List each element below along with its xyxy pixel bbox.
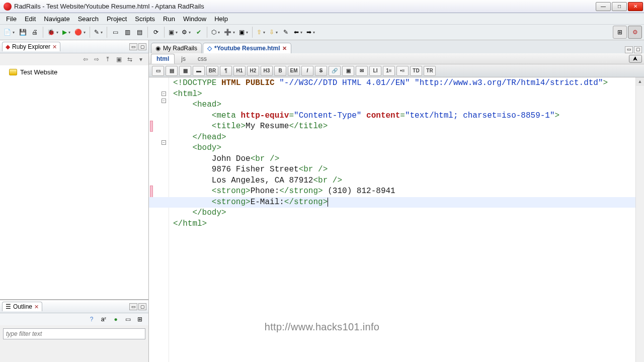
view-minimize-button[interactable]: ▭ bbox=[129, 43, 137, 50]
outline-max-button[interactable]: ▢ bbox=[138, 303, 146, 310]
fold-html[interactable]: − bbox=[162, 92, 166, 96]
editor-tab-myradrails[interactable]: ◉ My RadRails bbox=[151, 43, 202, 53]
refresh-button[interactable]: ⟳ bbox=[150, 27, 162, 38]
help-icon[interactable]: ? bbox=[87, 315, 96, 324]
expand-icon[interactable]: ⊞ bbox=[135, 315, 144, 324]
save-button[interactable] bbox=[17, 27, 28, 38]
tool-a[interactable]: ⬡ bbox=[210, 27, 221, 38]
nav-back-icon[interactable]: ⇦ bbox=[81, 55, 90, 64]
editor-tab-youtube-resume[interactable]: ◇ *Youtube Resume.html ✕ bbox=[203, 43, 291, 53]
menu-run[interactable]: Run bbox=[159, 15, 179, 23]
nav-forward-icon[interactable]: ⇨ bbox=[92, 55, 101, 64]
subtab-css[interactable]: css bbox=[192, 54, 212, 64]
view-menu-icon[interactable]: ▾ bbox=[136, 55, 145, 64]
menu-search[interactable]: Search bbox=[74, 15, 103, 23]
tab-close-icon[interactable]: ✕ bbox=[282, 45, 287, 52]
ruby-explorer-tab[interactable]: Ruby Explorer ✕ bbox=[2, 42, 60, 51]
script-button[interactable] bbox=[93, 27, 104, 38]
html-tb-td[interactable]: TD bbox=[410, 66, 422, 76]
collapse-all-icon[interactable]: ▣ bbox=[114, 55, 123, 64]
new-button[interactable] bbox=[2, 27, 16, 38]
close-view-icon[interactable]: ✕ bbox=[52, 44, 57, 50]
html-tb-ul[interactable]: •≡ bbox=[396, 66, 409, 76]
external-run-button[interactable] bbox=[73, 27, 87, 38]
forward-button[interactable] bbox=[305, 27, 316, 38]
close-button[interactable]: ✕ bbox=[628, 2, 643, 11]
menu-navigate[interactable]: Navigate bbox=[40, 15, 73, 23]
fold-gutter[interactable]: − − − bbox=[159, 77, 169, 362]
html-tb-h1[interactable]: H1 bbox=[233, 66, 246, 76]
html-tb-tr[interactable]: TR bbox=[424, 66, 436, 76]
fold-body[interactable]: − bbox=[162, 140, 166, 145]
print-button[interactable] bbox=[29, 27, 40, 38]
left-pane: Ruby Explorer ✕ ▭ ▢ ⇦ ⇨ ⤒ ▣ ⇆ ▾ Test bbox=[0, 40, 149, 362]
html-tb-b[interactable]: ▤ bbox=[166, 66, 178, 76]
menu-scripts[interactable]: Scripts bbox=[131, 15, 159, 23]
menu-project[interactable]: Project bbox=[103, 15, 131, 23]
outline-filter-input[interactable] bbox=[3, 328, 145, 339]
collapse-icon[interactable]: ▭ bbox=[123, 315, 132, 324]
dot-icon[interactable]: ● bbox=[111, 315, 120, 324]
validate-button[interactable] bbox=[193, 27, 204, 38]
html-tb-b[interactable]: B bbox=[274, 66, 286, 76]
menu-file[interactable]: File bbox=[2, 15, 21, 23]
minimize-button[interactable]: — bbox=[596, 2, 611, 11]
tool-b[interactable]: ➕ bbox=[222, 27, 236, 38]
run-button[interactable] bbox=[61, 27, 72, 38]
fold-head[interactable]: − bbox=[162, 99, 166, 103]
subtab-js[interactable]: js bbox=[176, 54, 191, 64]
server-button[interactable] bbox=[180, 27, 192, 38]
html-tb-h3[interactable]: H3 bbox=[261, 66, 273, 76]
html-tb-d[interactable]: ▬ bbox=[193, 66, 205, 76]
html-tb-ol[interactable]: 1≡ bbox=[383, 66, 395, 76]
html-tb-p[interactable]: ¶ bbox=[220, 66, 232, 76]
html-tb-i[interactable]: I bbox=[301, 66, 313, 76]
explorer-body[interactable]: Test Website bbox=[0, 65, 148, 299]
debug-button[interactable] bbox=[46, 27, 60, 38]
nav-up-icon[interactable]: ⤒ bbox=[103, 55, 112, 64]
vertical-scrollbar[interactable]: ▲ bbox=[635, 77, 644, 362]
menu-help[interactable]: Help bbox=[210, 15, 232, 23]
gear-icon bbox=[632, 29, 638, 36]
sort-icon[interactable]: aᶻ bbox=[99, 315, 108, 324]
html-tb-em[interactable]: EM bbox=[288, 66, 300, 76]
last-edit-button[interactable]: ✎ bbox=[280, 27, 291, 38]
scroll-up-icon[interactable]: ▲ bbox=[636, 77, 644, 86]
menu-edit[interactable]: Edit bbox=[21, 15, 40, 23]
server-icon bbox=[182, 29, 187, 36]
link-editor-icon[interactable]: ⇆ bbox=[125, 55, 134, 64]
view-maximize-button[interactable]: ▢ bbox=[138, 43, 146, 50]
editor-max-button[interactable]: ▢ bbox=[634, 46, 642, 53]
outline-tab[interactable]: ☰ Outline ✕ bbox=[2, 302, 42, 311]
html-tb-img[interactable]: ▣ bbox=[342, 66, 354, 76]
html-tb-li[interactable]: LI bbox=[369, 66, 381, 76]
tool-c[interactable]: ▣ bbox=[237, 27, 250, 38]
html-tb-link[interactable]: 🔗 bbox=[329, 66, 341, 76]
terminal-button[interactable] bbox=[167, 27, 179, 38]
layout1-button[interactable]: ▭ bbox=[110, 27, 121, 38]
menu-window[interactable]: Window bbox=[179, 15, 210, 23]
outline-min-button[interactable]: ▭ bbox=[129, 303, 137, 310]
code-editor[interactable]: − − − <!DOCTYPE HTML PUBLIC "-//W3C//DTD… bbox=[149, 77, 644, 362]
editor-min-button[interactable]: ▭ bbox=[625, 46, 633, 53]
maximize-button[interactable]: □ bbox=[612, 2, 627, 11]
subtab-html[interactable]: html bbox=[151, 54, 175, 64]
close-outline-icon[interactable]: ✕ bbox=[34, 304, 39, 310]
back-button[interactable] bbox=[292, 27, 304, 38]
html-tb-br[interactable]: BR bbox=[206, 66, 218, 76]
down-button[interactable] bbox=[268, 27, 279, 38]
layout2-button[interactable]: ▥ bbox=[122, 27, 133, 38]
html-tb-s[interactable]: S bbox=[315, 66, 327, 76]
html-tb-h2[interactable]: H2 bbox=[247, 66, 259, 76]
radrails-perspective-button[interactable] bbox=[628, 26, 642, 39]
layout3-button[interactable]: ▤ bbox=[134, 27, 145, 38]
html-tb-a[interactable]: ▭ bbox=[152, 66, 164, 76]
toggle-toolbar-button[interactable]: ⮝ bbox=[629, 55, 642, 63]
html-tb-c[interactable]: ▦ bbox=[179, 66, 191, 76]
html-tb-mail[interactable]: ✉ bbox=[356, 66, 368, 76]
outline-label: Outline bbox=[13, 303, 32, 310]
code-content[interactable]: <!DOCTYPE HTML PUBLIC "-//W3C//DTD HTML … bbox=[169, 77, 635, 362]
open-perspective-button[interactable]: ⊞ bbox=[613, 26, 627, 39]
tree-item-project[interactable]: Test Website bbox=[0, 67, 148, 77]
up-button[interactable] bbox=[255, 27, 267, 38]
